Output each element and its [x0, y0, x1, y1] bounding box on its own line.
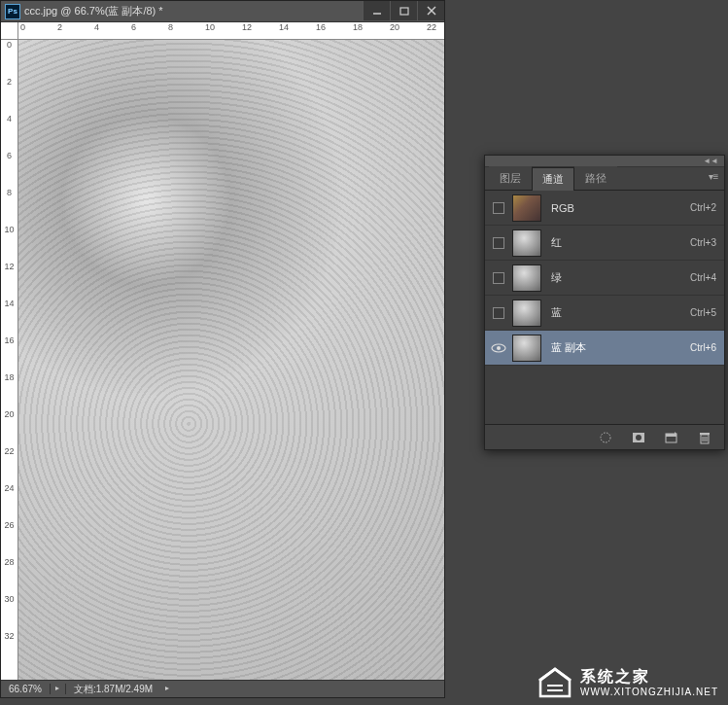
ruler-v-tick: 32 — [1, 631, 17, 641]
ruler-h-tick: 8 — [166, 22, 173, 39]
svg-rect-1 — [400, 8, 408, 15]
ruler-v-tick: 12 — [1, 262, 17, 271]
svg-point-7 — [497, 346, 501, 350]
channels-panel: ◄◄ 图层通道路径▾≡ RGBCtrl+2红Ctrl+3绿Ctrl+4蓝Ctrl… — [484, 155, 725, 450]
close-button[interactable] — [417, 1, 444, 20]
watermark: 系统之家 WWW.XITONGZHIJIA.NET — [537, 666, 718, 699]
ruler-h-tick: 20 — [388, 22, 399, 39]
channel-thumbnail — [512, 264, 541, 292]
ruler-h-tick: 6 — [129, 22, 136, 39]
visibility-checkbox — [493, 202, 504, 214]
collapse-icon: ◄◄ — [703, 157, 718, 165]
channel-thumbnail — [512, 335, 541, 362]
panel-menu-button[interactable]: ▾≡ — [707, 171, 720, 182]
channel-list-empty-area[interactable] — [485, 366, 724, 424]
channel-row-蓝 副本[interactable]: 蓝 副本Ctrl+6 — [485, 331, 724, 366]
panel-footer — [485, 424, 724, 449]
channel-shortcut: Ctrl+5 — [690, 307, 716, 318]
svg-point-8 — [601, 433, 610, 442]
ruler-v-tick: 30 — [1, 594, 17, 604]
ruler-v-tick: 10 — [1, 225, 17, 234]
ruler-v-tick: 18 — [1, 372, 17, 382]
visibility-toggle[interactable] — [485, 272, 512, 284]
channel-shortcut: Ctrl+2 — [690, 202, 716, 213]
canvas-viewport[interactable] — [18, 40, 444, 680]
watermark-house-icon — [537, 666, 572, 699]
ruler-v-tick: 28 — [1, 557, 17, 567]
status-zoom[interactable]: 66.67% — [1, 684, 51, 694]
svg-marker-5 — [165, 687, 169, 690]
ruler-v-tick: 24 — [1, 483, 17, 493]
maximize-button[interactable] — [390, 1, 417, 20]
channel-shortcut: Ctrl+3 — [690, 237, 716, 248]
ruler-horizontal[interactable]: 0246810121416182022 — [18, 22, 444, 40]
window-controls — [363, 1, 444, 21]
ruler-v-tick: 8 — [1, 188, 17, 197]
tab-通道[interactable]: 通道 — [532, 167, 574, 191]
tab-路径[interactable]: 路径 — [574, 166, 617, 190]
channel-thumbnail — [512, 194, 541, 222]
visibility-toggle[interactable] — [485, 237, 512, 249]
svg-rect-17 — [700, 433, 710, 435]
visibility-checkbox — [493, 307, 504, 319]
ps-app-icon: Ps — [5, 4, 20, 19]
ruler-h-tick: 12 — [240, 22, 252, 39]
status-bar: 66.67% 文档:1.87M/2.49M — [1, 680, 444, 697]
channel-row-红[interactable]: 红Ctrl+3 — [485, 226, 724, 261]
ruler-v-tick: 0 — [1, 40, 17, 50]
new-channel-icon[interactable] — [664, 431, 679, 444]
channel-name: 红 — [551, 235, 690, 250]
ruler-origin[interactable] — [1, 22, 18, 40]
channel-name: 绿 — [551, 270, 690, 285]
visibility-checkbox — [493, 272, 504, 284]
ruler-h-tick: 14 — [277, 22, 289, 39]
canvas-image — [18, 40, 444, 680]
ruler-h-tick: 10 — [203, 22, 215, 39]
channel-thumbnail — [512, 229, 541, 257]
visibility-toggle[interactable] — [485, 202, 512, 214]
svg-marker-4 — [55, 687, 59, 690]
load-selection-icon[interactable] — [598, 431, 613, 444]
ruler-h-tick: 4 — [92, 22, 99, 39]
ruler-v-tick: 16 — [1, 335, 17, 345]
document-window: Ps ccc.jpg @ 66.7%(蓝 副本/8) * 02468101214… — [0, 0, 445, 698]
document-title: ccc.jpg @ 66.7%(蓝 副本/8) * — [24, 4, 363, 18]
eye-icon — [491, 343, 506, 353]
ruler-h-tick: 18 — [351, 22, 363, 39]
ruler-v-tick: 2 — [1, 77, 17, 87]
ruler-v-tick: 4 — [1, 114, 17, 123]
title-bar: Ps ccc.jpg @ 66.7%(蓝 副本/8) * — [1, 1, 444, 22]
minimize-button[interactable] — [363, 1, 390, 20]
status-zoom-chevron-icon[interactable] — [51, 684, 66, 694]
ruler-vertical[interactable]: 02468101214161820222426283032 — [1, 40, 18, 680]
ruler-h-tick: 0 — [18, 22, 25, 39]
channel-row-绿[interactable]: 绿Ctrl+4 — [485, 261, 724, 296]
status-doc-size: 文档:1.87M/2.49M — [66, 683, 160, 696]
watermark-title: 系统之家 — [580, 667, 718, 686]
tab-图层[interactable]: 图层 — [489, 166, 532, 190]
save-selection-icon[interactable] — [631, 431, 646, 444]
ruler-h-tick: 16 — [314, 22, 326, 39]
svg-point-10 — [636, 435, 641, 441]
channel-name: 蓝 副本 — [551, 340, 690, 355]
ruler-h-tick: 22 — [425, 22, 436, 39]
channel-name: 蓝 — [551, 305, 690, 320]
ruler-v-tick: 6 — [1, 151, 17, 160]
visibility-toggle[interactable] — [485, 307, 512, 319]
watermark-url: WWW.XITONGZHIJIA.NET — [580, 687, 718, 698]
ruler-v-tick: 26 — [1, 520, 17, 530]
channel-row-蓝[interactable]: 蓝Ctrl+5 — [485, 296, 724, 331]
ruler-v-tick: 20 — [1, 409, 17, 419]
ruler-h-tick: 2 — [55, 22, 62, 39]
visibility-toggle[interactable] — [485, 343, 512, 353]
channel-shortcut: Ctrl+4 — [690, 272, 716, 283]
status-doc-chevron-icon[interactable] — [160, 684, 174, 694]
channel-row-RGB[interactable]: RGBCtrl+2 — [485, 191, 724, 226]
channel-name: RGB — [551, 202, 690, 214]
svg-rect-12 — [666, 434, 676, 437]
delete-channel-icon[interactable] — [697, 431, 712, 444]
panel-tab-strip: 图层通道路径▾≡ — [485, 167, 724, 191]
channel-shortcut: Ctrl+6 — [690, 342, 716, 353]
channel-list: RGBCtrl+2红Ctrl+3绿Ctrl+4蓝Ctrl+5蓝 副本Ctrl+6 — [485, 191, 724, 366]
visibility-checkbox — [493, 237, 504, 249]
